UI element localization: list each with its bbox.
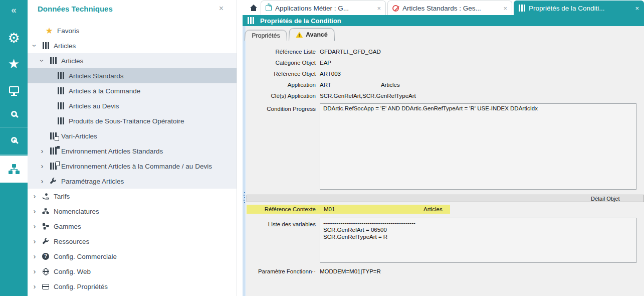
field-label: Paramètre Fonctionn·· bbox=[248, 268, 316, 274]
close-panel-icon[interactable]: × bbox=[219, 4, 224, 13]
tree-item-gammes[interactable]: › Gammes bbox=[28, 219, 237, 234]
tree-item-vari-articles[interactable]: › Vari-Articles bbox=[28, 128, 237, 143]
chevron-right-icon[interactable]: › bbox=[32, 193, 38, 199]
rail-item-desktop[interactable] bbox=[0, 79, 28, 100]
tree-item-label: Nomenclatures bbox=[54, 208, 99, 215]
close-tab-icon[interactable]: × bbox=[635, 5, 639, 12]
liste-variables-textarea[interactable]: ----------------------------------------… bbox=[320, 218, 636, 263]
close-tab-icon[interactable]: × bbox=[503, 5, 507, 12]
tab-proprietes-condition[interactable]: Propriétés de la Conditi... × bbox=[514, 1, 644, 15]
search-icon bbox=[11, 111, 17, 117]
field-condition-progress: Condition Progress bbox=[248, 104, 320, 113]
chevron-right-icon[interactable]: › bbox=[32, 283, 38, 289]
chevron-right-icon[interactable]: › bbox=[39, 148, 45, 154]
field-label: Condition Progress bbox=[248, 106, 316, 112]
tree-item-articles-standards[interactable]: Articles Standards bbox=[28, 68, 237, 83]
splitter[interactable] bbox=[243, 26, 246, 296]
tree-item-articles-commande[interactable]: Articles à la Commande bbox=[28, 83, 237, 98]
rail-item-explorer-active[interactable] bbox=[0, 156, 28, 183]
tree-item-label: Gammes bbox=[54, 223, 81, 230]
rail-item-favorites[interactable]: ★ bbox=[0, 53, 28, 74]
icon-rail: « ⚙ ★ bbox=[0, 0, 28, 296]
tree-item-articles-sub[interactable]: › Articles bbox=[28, 53, 237, 68]
wrench-icon bbox=[42, 238, 49, 245]
wrench-icon bbox=[50, 178, 57, 185]
chevron-right-icon[interactable]: › bbox=[32, 238, 38, 244]
tree-item-env-articles-standards[interactable]: › Environnement Articles Standards bbox=[28, 143, 237, 159]
star-icon: ★ bbox=[45, 27, 53, 35]
nodes-icon bbox=[42, 223, 49, 230]
tree-item-env-articles-commande-devis[interactable]: › Environnement Articles à la Commande /… bbox=[28, 159, 237, 174]
tab-applications-metier[interactable]: Applications Métier : G... × bbox=[261, 1, 386, 15]
tree-item-articles[interactable]: › Articles bbox=[28, 38, 237, 53]
reference-contexte-row: Référence Contexte M01 Articles bbox=[247, 205, 450, 214]
field-liste-variables: Liste des variables bbox=[248, 220, 320, 229]
tree-item-tarifs[interactable]: › Tarifs bbox=[28, 189, 237, 204]
books-icon bbox=[519, 5, 525, 12]
tree-item-label: Tarifs bbox=[54, 193, 70, 200]
warning-icon bbox=[296, 32, 303, 38]
tree-item-label: Config. Propriétés bbox=[54, 283, 108, 290]
home-tab[interactable] bbox=[247, 3, 261, 14]
tree-item-label: Paramétrage Articles bbox=[61, 178, 124, 185]
rail-item-search-advanced[interactable] bbox=[0, 128, 28, 152]
field-cles-application: Clé(s) Application SCR.GenRefArt,SCR.Gen… bbox=[248, 91, 416, 100]
rail-item-search[interactable] bbox=[0, 102, 28, 125]
variables-line: SCR.GenRefTypeArt = R bbox=[323, 233, 633, 240]
search-location-icon bbox=[11, 137, 17, 143]
tree-item-articles-devis[interactable]: Articles au Devis bbox=[28, 98, 237, 113]
books-sheet-icon bbox=[50, 163, 57, 170]
chevron-right-icon[interactable]: › bbox=[32, 208, 38, 214]
field-value: ART bbox=[320, 82, 331, 88]
chevron-down-icon[interactable]: › bbox=[39, 58, 45, 64]
tab-label: Propriétés de la Conditi... bbox=[529, 5, 631, 12]
chevron-right-icon[interactable]: › bbox=[32, 223, 38, 229]
condition-progress-value: DDArtic.RefSocApp = 'E' AND DDArtic.GenR… bbox=[323, 105, 538, 111]
field-label: Catégorie Objet bbox=[248, 60, 316, 66]
books-icon bbox=[58, 102, 64, 109]
tree-item-label: Articles au Devis bbox=[69, 102, 119, 110]
tree-item-favoris[interactable]: ★ Favoris bbox=[28, 23, 237, 38]
chevron-right-icon[interactable]: › bbox=[39, 163, 45, 169]
home-icon bbox=[250, 5, 258, 12]
tab-label: Articles Standards : Ges... bbox=[402, 5, 500, 12]
rail-divider bbox=[0, 154, 28, 155]
tree-item-config-web[interactable]: › Config. Web bbox=[28, 264, 237, 279]
books-icon bbox=[58, 117, 64, 124]
globe-icon bbox=[43, 268, 49, 275]
document-tabstrip: Applications Métier : G... × Articles St… bbox=[243, 0, 644, 15]
chevron-right-icon[interactable]: › bbox=[32, 253, 38, 259]
field-value: ART003 bbox=[320, 71, 341, 77]
chevron-right-icon[interactable]: › bbox=[39, 178, 45, 184]
tree-item-parametrage-articles[interactable]: › Paramétrage Articles bbox=[28, 174, 237, 189]
star-icon: ★ bbox=[8, 56, 20, 72]
tab-articles-standards[interactable]: Articles Standards : Ges... × bbox=[387, 1, 512, 15]
field-parametre-fonctionnel: Paramètre Fonctionn·· MODDEM=M01|TYP=R bbox=[248, 267, 381, 276]
chevron-right-icon[interactable]: › bbox=[32, 268, 38, 274]
field-value-secondary: Articles bbox=[381, 82, 400, 88]
tree-item-produits-sous-traitance[interactable]: Produits de Sous-Traitance Opératoire bbox=[28, 113, 237, 128]
tree-item-config-proprietes[interactable]: › Config. Propriétés bbox=[28, 279, 237, 294]
tree-item-nomenclatures[interactable]: › Nomenclatures bbox=[28, 204, 237, 219]
tree-item-label: Config. Commerciale bbox=[54, 253, 117, 260]
field-value: SCR.GenRefArt,SCR.GenRefTypeArt bbox=[320, 93, 416, 99]
books-icon bbox=[58, 72, 64, 79]
drawer-icon bbox=[42, 284, 49, 289]
panel-title: Données Techniques bbox=[38, 5, 113, 13]
detail-objet-bar: Détail Objet bbox=[247, 195, 644, 202]
tree-item-label: Articles bbox=[61, 57, 83, 65]
tree-item-ressources[interactable]: › Ressources bbox=[28, 234, 237, 249]
variables-line: SCR.GenRefArt = 06500 bbox=[323, 226, 633, 233]
chevron-down-icon[interactable]: › bbox=[32, 43, 38, 49]
books-page-icon bbox=[50, 132, 57, 139]
books-icon bbox=[50, 57, 57, 64]
rail-item-modules[interactable]: ⚙ bbox=[0, 28, 28, 48]
collapse-sidebar-button[interactable]: « bbox=[0, 3, 28, 17]
condition-progress-textarea[interactable]: DDArtic.RefSocApp = 'E' AND DDArtic.GenR… bbox=[320, 103, 636, 190]
tree-item-config-commerciale[interactable]: › Config. Commerciale bbox=[28, 249, 237, 264]
close-tab-icon[interactable]: × bbox=[377, 5, 381, 12]
books-icon bbox=[43, 42, 49, 49]
tab-avance[interactable]: Avancé bbox=[289, 28, 335, 41]
tab-proprietes[interactable]: Propriétés bbox=[245, 30, 287, 41]
field-label: Référence Liste bbox=[248, 49, 316, 55]
